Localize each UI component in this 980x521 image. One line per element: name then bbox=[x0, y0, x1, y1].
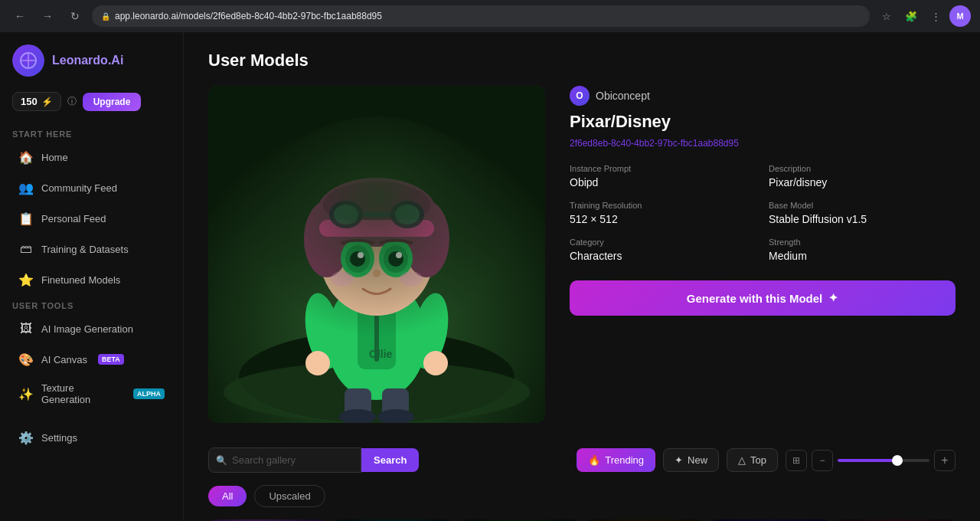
model-image: Ollie bbox=[208, 86, 545, 423]
training-icon: 🗃 bbox=[18, 241, 34, 257]
search-button[interactable]: Search bbox=[361, 448, 419, 472]
alpha-badge: ALPHA bbox=[133, 388, 165, 399]
personal-icon: 📋 bbox=[18, 211, 34, 226]
generate-button[interactable]: Generate with this Model ✦ bbox=[570, 280, 956, 316]
instance-prompt-label: Instance Prompt bbox=[570, 164, 756, 173]
model-image-container: Ollie bbox=[208, 86, 545, 423]
grid-view-button[interactable]: ⊞ bbox=[786, 450, 807, 471]
trending-label: Trending bbox=[605, 454, 644, 466]
instance-prompt-block: Instance Prompt Obipd bbox=[570, 164, 756, 188]
logo-avatar bbox=[12, 44, 44, 77]
generate-label: Generate with this Model bbox=[687, 292, 823, 305]
community-label: Community Feed bbox=[41, 182, 117, 194]
svg-point-42 bbox=[239, 116, 514, 392]
base-model-label: Base Model bbox=[769, 201, 956, 210]
logo-area: Leonardo.Ai bbox=[0, 44, 183, 92]
main-content: User Models bbox=[184, 32, 980, 521]
browser-actions: ☆ 🧩 ⋮ M bbox=[876, 5, 971, 27]
author-row: O Obiconcept bbox=[570, 86, 956, 106]
back-button[interactable]: ← bbox=[9, 5, 31, 27]
strength-value: Medium bbox=[769, 250, 956, 262]
training-res-label: Training Resolution bbox=[570, 201, 756, 210]
sidebar-item-home[interactable]: 🏠 Home bbox=[6, 143, 177, 172]
texture-label: Texture Generation bbox=[41, 382, 122, 405]
author-name: Obiconcept bbox=[596, 90, 650, 102]
sidebar-item-community-feed[interactable]: 👥 Community Feed bbox=[6, 173, 177, 202]
strength-label: Strength bbox=[769, 238, 956, 247]
app-container: Leonardo.Ai 150 ⚡ ⓘ Upgrade Start Here 🏠… bbox=[0, 32, 980, 521]
address-bar[interactable]: 🔒 app.leonardo.ai/models/2f6ed8eb-8c40-4… bbox=[92, 5, 870, 27]
sidebar-item-ai-image[interactable]: 🖼 AI Image Generation bbox=[6, 314, 177, 343]
finetuned-icon: ⭐ bbox=[18, 272, 34, 287]
info-grid: Instance Prompt Obipd Description Pixar/… bbox=[570, 164, 956, 262]
texture-icon: ✨ bbox=[18, 386, 34, 401]
training-label: Training & Datasets bbox=[41, 244, 129, 255]
info-icon[interactable]: ⓘ bbox=[67, 95, 77, 108]
home-icon: 🏠 bbox=[18, 149, 34, 165]
beta-badge: BETA bbox=[98, 354, 124, 365]
strength-block: Strength Medium bbox=[769, 238, 956, 262]
lock-icon: 🔒 bbox=[101, 12, 110, 21]
credits-icon: ⚡ bbox=[41, 97, 53, 107]
new-filter-button[interactable]: ✦ New bbox=[663, 448, 719, 472]
plus-button[interactable]: + bbox=[934, 450, 956, 471]
sidebar-item-finetuned[interactable]: ⭐ Finetuned Models bbox=[6, 265, 177, 294]
size-slider[interactable] bbox=[838, 459, 929, 462]
logo-text: Leonardo.Ai bbox=[52, 54, 123, 67]
base-model-value: Stable Diffusion v1.5 bbox=[769, 213, 956, 225]
ai-canvas-icon: 🎨 bbox=[18, 352, 34, 367]
model-name: Pixar/Disney bbox=[570, 112, 956, 132]
section-label-tools: User Tools bbox=[0, 295, 183, 313]
menu-button[interactable]: ⋮ bbox=[925, 5, 946, 27]
description-value: Pixar/disney bbox=[769, 176, 956, 188]
community-icon: 👥 bbox=[18, 180, 34, 195]
top-filter-button[interactable]: △ Top bbox=[727, 448, 778, 472]
search-container: 🔍 Search bbox=[208, 447, 419, 473]
avatar-inner bbox=[12, 44, 44, 77]
extensions-button[interactable]: 🧩 bbox=[900, 5, 922, 27]
forward-button[interactable]: → bbox=[37, 5, 58, 27]
personal-label: Personal Feed bbox=[41, 213, 106, 224]
ai-image-label: AI Image Generation bbox=[41, 323, 133, 335]
description-block: Description Pixar/disney bbox=[769, 164, 956, 188]
trending-icon: 🔥 bbox=[588, 454, 600, 466]
settings-icon: ⚙️ bbox=[18, 430, 34, 445]
sidebar-item-settings[interactable]: ⚙️ Settings bbox=[6, 423, 177, 452]
search-icon: 🔍 bbox=[216, 455, 227, 466]
top-icon: △ bbox=[738, 454, 746, 466]
credits-row: 150 ⚡ ⓘ Upgrade bbox=[0, 92, 183, 123]
ai-canvas-label: AI Canvas bbox=[41, 354, 87, 365]
category-value: Characters bbox=[570, 250, 756, 262]
section-label-start: Start Here bbox=[0, 123, 183, 142]
author-avatar: O bbox=[570, 86, 590, 106]
sidebar-item-training[interactable]: 🗃 Training & Datasets bbox=[6, 234, 177, 264]
url-text: app.leonardo.ai/models/2f6ed8eb-8c40-4bb… bbox=[115, 11, 382, 21]
model-info-panel: O Obiconcept Pixar/Disney 2f6ed8eb-8c40-… bbox=[570, 86, 956, 423]
upgrade-button[interactable]: Upgrade bbox=[83, 93, 142, 111]
profile-button[interactable]: M bbox=[949, 5, 971, 27]
training-res-value: 512 × 512 bbox=[570, 213, 756, 225]
sidebar-item-texture[interactable]: ✨ Texture Generation ALPHA bbox=[6, 375, 177, 412]
ai-image-icon: 🖼 bbox=[18, 321, 34, 336]
credits-value: 150 bbox=[21, 96, 38, 107]
credits-badge: 150 ⚡ bbox=[12, 92, 61, 111]
base-model-block: Base Model Stable Diffusion v1.5 bbox=[769, 201, 956, 225]
description-label: Description bbox=[769, 164, 956, 173]
sidebar-item-ai-canvas[interactable]: 🎨 AI Canvas BETA bbox=[6, 345, 177, 374]
page-title: User Models bbox=[208, 51, 956, 70]
bookmark-button[interactable]: ☆ bbox=[876, 5, 897, 27]
search-input-wrap: 🔍 bbox=[208, 447, 361, 473]
sidebar-item-personal-feed[interactable]: 📋 Personal Feed bbox=[6, 204, 177, 233]
finetuned-label: Finetuned Models bbox=[41, 274, 120, 286]
model-uuid[interactable]: 2f6ed8eb-8c40-4bb2-97bc-fbc1aab88d95 bbox=[570, 138, 956, 149]
gallery-controls: 🔍 Search 🔥 Trending ✦ New △ Top bbox=[208, 447, 956, 473]
upscaled-filter-button[interactable]: Upscaled bbox=[254, 485, 325, 507]
instance-prompt-value: Obipd bbox=[570, 176, 756, 188]
minus-button[interactable]: − bbox=[812, 450, 833, 471]
trending-filter-button[interactable]: 🔥 Trending bbox=[577, 448, 655, 472]
gallery-right-controls: 🔥 Trending ✦ New △ Top ⊞ − + bbox=[577, 448, 956, 472]
filter-row: All Upscaled bbox=[208, 485, 956, 507]
all-filter-button[interactable]: All bbox=[208, 486, 247, 506]
reload-button[interactable]: ↻ bbox=[64, 5, 86, 27]
search-input[interactable] bbox=[208, 447, 361, 473]
